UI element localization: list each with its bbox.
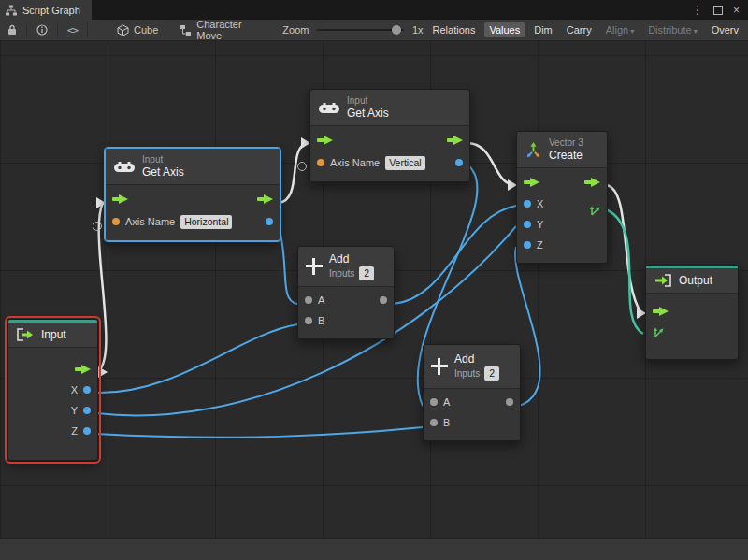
node-title: Create [549,149,583,162]
node-title: Add [454,352,499,366]
node-vector3-create[interactable]: Vector 3 Create X Y Z [516,131,608,264]
x-out-port[interactable] [83,386,91,394]
graph-asset-icon [180,24,192,36]
port-label: X [71,384,78,395]
graph-asset-label: Character Move [196,20,263,41]
input-row-b: B [298,310,394,331]
z-port[interactable] [524,241,531,249]
overview-button[interactable]: Overv [707,22,743,37]
zoom-slider[interactable] [317,29,403,31]
node-output[interactable]: Output [645,265,739,360]
flow-in-port[interactable] [317,136,333,145]
node-add-bottom[interactable]: Add Inputs 2 A B [423,344,521,441]
port-label: X [537,198,543,209]
input-b-port[interactable] [305,317,312,324]
port-label: A [443,396,450,408]
sum-out-port[interactable] [380,296,387,304]
value-out-port[interactable] [455,159,463,166]
chevron-down-icon: ▾ [694,27,698,36]
sum-out-port[interactable] [506,398,513,406]
node-header: Add Inputs 2 [298,247,394,287]
vector-value-out-icon[interactable] [589,205,601,219]
zoom-value: 1x [412,24,424,36]
vector-value-in-icon[interactable] [653,326,665,338]
axis-name-port[interactable] [317,159,324,166]
menu-icon[interactable]: ⋮ [692,5,703,16]
input-b-port[interactable] [430,419,438,426]
tab-script-graph[interactable]: Script Graph [0,0,92,20]
lock-icon[interactable] [5,22,20,38]
z-out-port[interactable] [83,427,91,435]
align-dropdown[interactable]: Align▾ [601,22,639,37]
input-a-port[interactable] [305,296,312,304]
flow-out-port[interactable] [584,178,600,187]
zoom-label: Zoom [282,24,309,36]
target-object-label: Cube [134,24,158,36]
node-header: Input [8,323,97,348]
node-header: Add Inputs 2 [424,345,520,389]
toolbar-separator [87,23,88,37]
close-icon[interactable]: × [733,5,740,16]
flow-row [646,301,738,322]
gamepad-icon [318,101,340,115]
param-label: Axis Name [125,216,175,227]
port-label: B [443,417,450,428]
flow-out-port[interactable] [257,194,273,204]
node-header: Input Get Axis [310,90,469,126]
x-port[interactable] [524,200,531,208]
input-a-port[interactable] [430,398,438,406]
code-icon[interactable]: <> [65,22,80,38]
target-object[interactable]: Cube [117,24,158,36]
flow-in-port[interactable] [112,194,128,204]
flow-in-port[interactable] [524,178,539,187]
input-row-b: B [424,412,520,433]
param-row: Axis Name Horizontal [106,210,280,233]
node-kind: Input [347,95,389,107]
values-button[interactable]: Values [484,22,525,37]
info-icon[interactable] [34,22,50,38]
y-row: Y [8,400,97,421]
port-ring[interactable] [297,162,307,171]
node-kind: Vector 3 [549,137,583,149]
inputs-count-field[interactable]: 2 [359,266,374,280]
y-out-port[interactable] [83,407,91,414]
node-add-top[interactable]: Add Inputs 2 A B [297,246,395,339]
y-port[interactable] [524,221,531,228]
node-kind: Input [142,154,184,165]
z-row: Z [8,421,97,441]
carry-button[interactable]: Carry [562,22,597,37]
node-input[interactable]: Input X Y Z [7,319,98,461]
axis-name-port[interactable] [112,218,120,225]
node-get-axis-horizontal[interactable]: Input Get Axis Axis Name Horizontal [105,148,280,241]
chevron-down-icon: ▾ [630,27,634,36]
axis-name-field[interactable]: Vertical [385,156,424,170]
plus-icon [306,258,323,275]
cube-icon [117,24,129,36]
script-graph-icon [6,5,17,16]
graph-asset[interactable]: Character Move [180,20,263,41]
flow-in-port[interactable] [653,307,669,316]
status-bar [0,538,748,560]
param-row: Axis Name Vertical [310,151,469,174]
inputs-count-field[interactable]: 2 [484,366,499,381]
plus-icon [431,358,448,375]
gamepad-icon [113,160,136,174]
script-graph-window: Script Graph ⋮ × <> Cube Cha [0,0,748,560]
axis-name-field[interactable]: Horizontal [180,215,232,229]
node-header: Output [646,268,738,294]
flow-out-port[interactable] [75,365,91,374]
port-ring[interactable] [93,222,102,231]
distribute-dropdown[interactable]: Distribute▾ [643,22,701,37]
maximize-icon[interactable] [713,6,723,15]
relations-button[interactable]: Relations [428,22,481,37]
x-row: X [8,380,97,400]
flow-row [517,171,607,194]
dim-button[interactable]: Dim [529,22,557,37]
flow-row [310,129,469,151]
node-get-axis-vertical[interactable]: Input Get Axis Axis Name Vertical [309,89,470,182]
zoom-slider-handle[interactable] [392,25,401,35]
port-label: Y [537,219,543,230]
port-label: B [318,315,324,326]
flow-out-port[interactable] [447,136,463,145]
value-out-port[interactable] [266,218,273,225]
